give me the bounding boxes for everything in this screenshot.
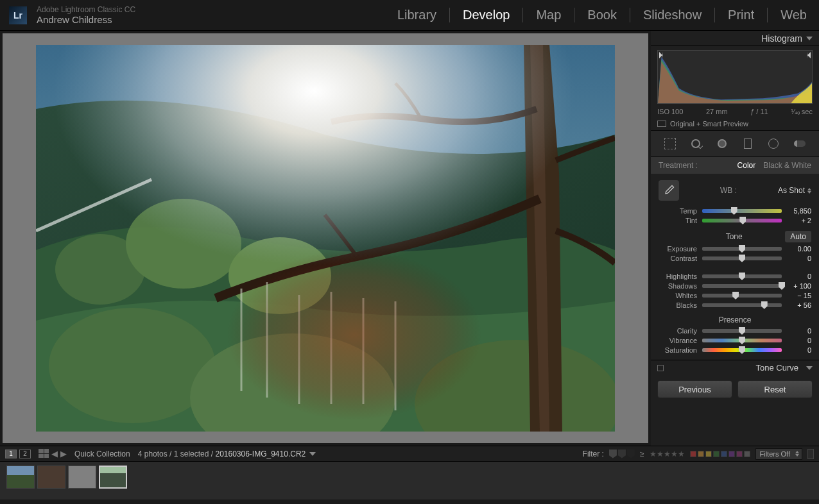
vibrance-thumb[interactable] xyxy=(739,337,745,344)
treatment-bw[interactable]: Black & White xyxy=(763,161,811,170)
view-mode-1[interactable]: 1 xyxy=(5,449,17,458)
wb-eyedropper[interactable] xyxy=(659,180,679,201)
whites-slider[interactable] xyxy=(702,294,782,298)
brush-tool[interactable] xyxy=(791,135,809,153)
spot-tool[interactable] xyxy=(687,135,705,153)
nav-map[interactable]: Map xyxy=(523,8,574,22)
treatment-color[interactable]: Color xyxy=(737,161,756,170)
photo-preview[interactable] xyxy=(36,45,615,432)
wb-row: WB : As Shot xyxy=(659,180,811,201)
panel-switch-icon[interactable] xyxy=(657,365,664,371)
nav-back-icon[interactable]: ◀ xyxy=(51,449,58,458)
color-filter-0[interactable] xyxy=(690,451,696,457)
nav-print[interactable]: Print xyxy=(715,8,768,22)
current-file[interactable]: 20160306-IMG_9410.CR2 xyxy=(215,449,306,458)
previous-button[interactable]: Previous xyxy=(657,380,732,398)
flag-unflagged-icon[interactable] xyxy=(618,449,626,458)
collection-name[interactable]: Quick Collection xyxy=(74,449,130,458)
histogram-graph[interactable] xyxy=(657,50,813,104)
temp-slider[interactable] xyxy=(702,209,782,213)
nav-forward-icon[interactable]: ▶ xyxy=(60,449,67,458)
color-filter-4[interactable] xyxy=(721,451,727,457)
clarity-slider[interactable] xyxy=(702,329,782,333)
contrast-slider[interactable] xyxy=(702,256,782,260)
crop-tool[interactable] xyxy=(661,135,679,153)
saturation-thumb[interactable] xyxy=(739,346,745,354)
shadow-clip-icon[interactable] xyxy=(659,52,663,58)
tone-curve-header[interactable]: Tone Curve xyxy=(651,360,819,375)
tint-thumb[interactable] xyxy=(739,217,746,224)
filmstrip[interactable] xyxy=(0,461,819,500)
blacks-value[interactable]: + 56 xyxy=(787,301,811,309)
auto-button[interactable]: Auto xyxy=(785,231,811,242)
file-dropdown-icon[interactable] xyxy=(309,452,316,456)
blacks-slider[interactable] xyxy=(702,303,782,307)
flag-picked-icon[interactable] xyxy=(609,449,617,458)
shadows-slider[interactable] xyxy=(702,284,782,288)
filter-preset-dropdown[interactable]: Filters Off xyxy=(755,448,802,460)
nav-web[interactable]: Web xyxy=(768,8,810,22)
color-filter-2[interactable] xyxy=(705,451,712,457)
focal-value: 27 mm xyxy=(706,108,728,116)
thumbnail-4[interactable] xyxy=(99,466,127,489)
contrast-value[interactable]: 0 xyxy=(787,255,811,262)
tone-header: Tone Auto xyxy=(659,231,811,242)
shadows-value[interactable]: + 100 xyxy=(787,282,811,290)
nav-slideshow[interactable]: Slideshow xyxy=(630,8,715,22)
highlights-value[interactable]: 0 xyxy=(787,273,811,280)
color-filter-5[interactable] xyxy=(728,451,735,457)
saturation-value[interactable]: 0 xyxy=(787,346,811,354)
shadows-thumb[interactable] xyxy=(779,282,785,290)
saturation-slider-row: Saturation 0 xyxy=(659,346,811,354)
exposure-slider[interactable] xyxy=(702,247,782,251)
whites-value[interactable]: − 15 xyxy=(787,292,811,299)
whites-thumb[interactable] xyxy=(732,292,739,299)
wb-dropdown[interactable]: As Shot xyxy=(778,186,811,195)
radial-tool[interactable] xyxy=(764,135,782,153)
thumbnail-3[interactable] xyxy=(68,466,96,489)
flag-filters[interactable] xyxy=(609,449,635,458)
user-name: Andrew Childress xyxy=(37,14,135,25)
color-filter-6[interactable] xyxy=(736,451,743,457)
thumbnail-2[interactable] xyxy=(37,466,65,489)
highlights-slider-row: Highlights 0 xyxy=(659,273,811,280)
clarity-thumb[interactable] xyxy=(739,327,745,335)
highlight-clip-icon[interactable] xyxy=(807,52,811,58)
vibrance-slider[interactable] xyxy=(702,339,782,342)
view-mode-2[interactable]: 2 xyxy=(19,449,31,458)
star-filter[interactable]: ★★★★★ xyxy=(650,449,685,458)
vibrance-value[interactable]: 0 xyxy=(787,337,811,344)
filter-switch[interactable] xyxy=(807,449,814,459)
shadows-slider-row: Shadows + 100 xyxy=(659,282,811,290)
nav-library[interactable]: Library xyxy=(384,8,450,22)
reset-button[interactable]: Reset xyxy=(737,380,813,398)
nav-develop[interactable]: Develop xyxy=(450,8,523,22)
exposure-thumb[interactable] xyxy=(739,245,745,253)
color-filter-3[interactable] xyxy=(713,451,720,457)
tint-slider-row: Tint + 2 xyxy=(659,217,811,224)
top-bar: Lr Adobe Lightroom Classic CC Andrew Chi… xyxy=(0,0,819,31)
flag-rejected-icon[interactable] xyxy=(627,449,635,458)
color-filter-1[interactable] xyxy=(698,451,704,457)
filmstrip-toolbar: 1 2 ◀ ▶ Quick Collection 4 photos / 1 se… xyxy=(0,446,819,461)
highlights-thumb[interactable] xyxy=(739,273,745,280)
color-filter-7[interactable] xyxy=(744,451,750,457)
filter-preset-value: Filters Off xyxy=(760,450,790,458)
nav-book[interactable]: Book xyxy=(574,8,630,22)
redeye-tool[interactable] xyxy=(713,135,731,153)
temp-thumb[interactable] xyxy=(731,207,737,215)
tint-value[interactable]: + 2 xyxy=(787,217,811,224)
blacks-thumb[interactable] xyxy=(761,301,768,309)
grid-icon[interactable] xyxy=(39,449,49,458)
thumbnail-1[interactable] xyxy=(6,466,35,489)
saturation-slider[interactable] xyxy=(702,348,782,352)
rating-geq[interactable]: ≥ xyxy=(640,449,644,458)
contrast-thumb[interactable] xyxy=(739,255,745,262)
temp-value[interactable]: 5,850 xyxy=(787,207,811,215)
exposure-value[interactable]: 0.00 xyxy=(787,245,811,253)
clarity-value[interactable]: 0 xyxy=(787,327,811,335)
highlights-slider[interactable] xyxy=(702,274,782,278)
graduated-tool[interactable] xyxy=(739,135,757,153)
histogram-header[interactable]: Histogram xyxy=(651,31,819,46)
tint-slider[interactable] xyxy=(702,219,782,223)
